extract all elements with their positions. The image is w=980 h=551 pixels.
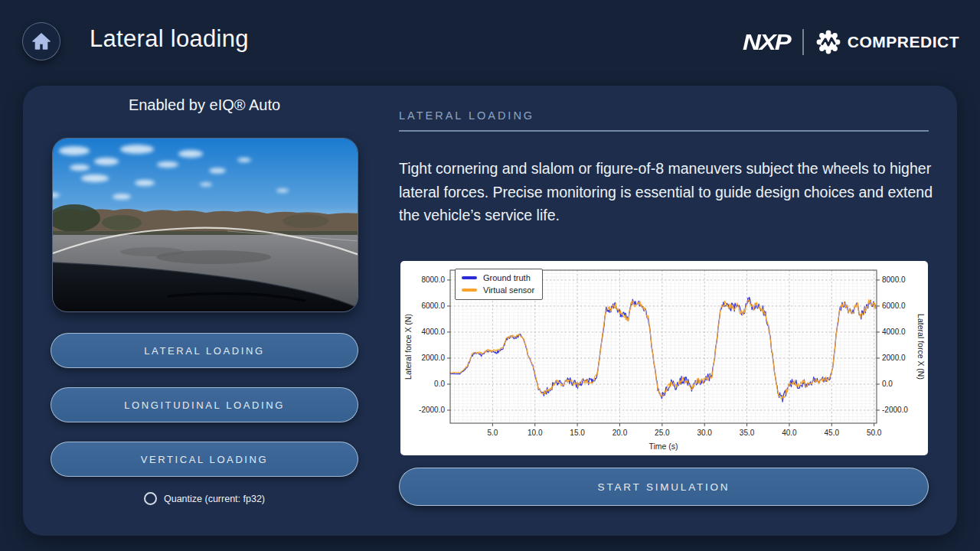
compredict-wordmark: COMPREDICT (848, 33, 959, 51)
legend-row-virtual-sensor: Virtual sensor (462, 285, 534, 295)
lateral-loading-button[interactable]: LATERAL LOADING (51, 333, 358, 368)
nxp-logo: NXP (743, 29, 790, 56)
start-simulation-button[interactable]: START SIMULATION (399, 468, 929, 506)
brand-logos: NXP COMPREDICT (743, 28, 959, 57)
svg-text:Lateral force X (N): Lateral force X (N) (403, 314, 413, 380)
app-window: Lateral loading NXP COMPREDICT Enabled b… (0, 0, 980, 551)
svg-text:15.0: 15.0 (570, 429, 585, 437)
quantize-radio[interactable] (144, 492, 157, 505)
svg-text:0.0: 0.0 (434, 380, 445, 388)
svg-text:5.0: 5.0 (487, 429, 498, 437)
road-camera-image (52, 138, 358, 312)
road-scene-illustration (53, 139, 358, 312)
ground-truth-swatch (462, 276, 477, 279)
vertical-loading-button-label: VERTICAL LOADING (141, 454, 269, 465)
section-title: LATERAL LOADING (399, 109, 534, 122)
svg-text:4000.0: 4000.0 (421, 328, 445, 336)
section-description: Tight cornering and slalom or figure-of-… (399, 157, 935, 227)
svg-text:6000.0: 6000.0 (882, 302, 906, 310)
virtual-sensor-swatch (462, 289, 477, 292)
page-title: Lateral loading (90, 25, 249, 53)
svg-text:2000.0: 2000.0 (882, 354, 906, 362)
home-icon (31, 32, 51, 51)
longitudinal-loading-button[interactable]: LONGITUDINAL LOADING (51, 387, 358, 422)
brand-divider (802, 29, 804, 55)
svg-text:40.0: 40.0 (782, 429, 797, 437)
compredict-logo: COMPREDICT (816, 30, 959, 54)
svg-text:8000.0: 8000.0 (882, 276, 906, 284)
longitudinal-loading-button-label: LONGITUDINAL LOADING (124, 399, 285, 411)
svg-text:20.0: 20.0 (612, 429, 628, 437)
svg-text:6000.0: 6000.0 (421, 302, 445, 310)
legend-row-ground-truth: Ground truth (462, 273, 534, 282)
quantize-label: Quantize (current: fp32) (164, 494, 265, 504)
enabled-by-label: Enabled by eIQ® Auto (51, 96, 358, 114)
home-button[interactable] (22, 22, 60, 60)
svg-text:35.0: 35.0 (740, 429, 755, 437)
svg-text:Lateral force X (N): Lateral force X (N) (916, 314, 926, 380)
svg-text:-2000.0: -2000.0 (882, 406, 908, 414)
vertical-loading-button[interactable]: VERTICAL LOADING (51, 442, 358, 477)
svg-text:30.0: 30.0 (697, 429, 712, 437)
svg-text:10.0: 10.0 (528, 429, 543, 437)
section-underline (399, 130, 929, 132)
svg-text:45.0: 45.0 (825, 429, 840, 437)
lateral-loading-button-label: LATERAL LOADING (144, 345, 264, 357)
virtual-sensor-label: Virtual sensor (483, 285, 534, 295)
svg-text:0.0: 0.0 (882, 380, 893, 388)
ground-truth-label: Ground truth (483, 273, 531, 282)
quantize-toggle[interactable]: Quantize (current: fp32) (51, 492, 358, 505)
svg-text:25.0: 25.0 (655, 429, 670, 437)
svg-text:4000.0: 4000.0 (882, 328, 906, 336)
start-simulation-label: START SIMULATION (598, 481, 730, 493)
svg-text:-2000.0: -2000.0 (419, 406, 445, 414)
gear-icon (816, 30, 841, 54)
svg-text:2000.0: 2000.0 (421, 354, 445, 362)
chart-legend: Ground truth Virtual sensor (455, 269, 543, 300)
main-panel: Enabled by eIQ® Auto (23, 86, 957, 536)
svg-text:Time (s): Time (s) (648, 442, 678, 451)
svg-text:50.0: 50.0 (867, 429, 882, 437)
lateral-force-chart: 5.010.015.020.025.030.035.040.045.050.0-… (400, 261, 928, 455)
svg-text:8000.0: 8000.0 (421, 276, 445, 284)
